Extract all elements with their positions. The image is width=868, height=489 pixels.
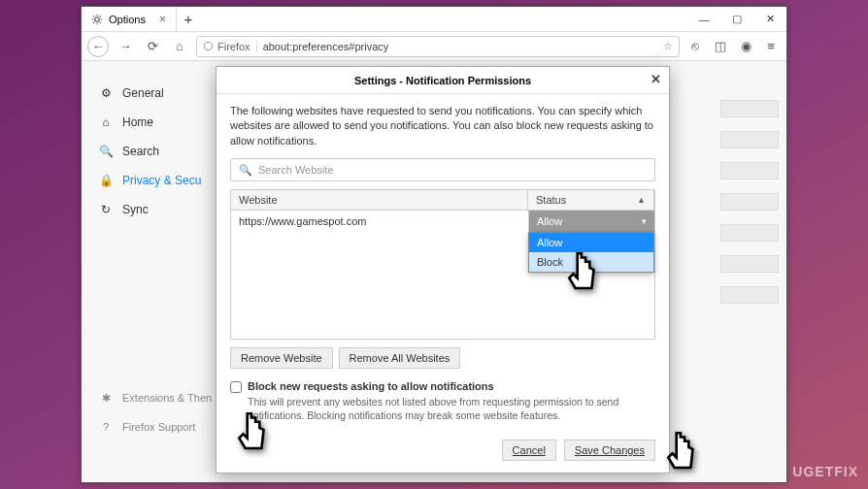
preferences-sidebar: ⚙ General ⌂ Home 🔍 Search 🔒 Privacy & Se… — [82, 61, 227, 482]
sidebar-item-general[interactable]: ⚙ General — [99, 79, 227, 108]
sidebar-item-label: Firefox Support — [122, 421, 195, 433]
identity-label: Firefox — [217, 41, 250, 52]
sidebar-item-label: General — [122, 86, 164, 100]
close-window-button[interactable]: ✕ — [753, 7, 786, 32]
status-value: Allow — [537, 215, 562, 227]
sidebar-icon[interactable]: ◫ — [711, 39, 730, 53]
table-row[interactable]: https://www.gamespot.com Allow ▾ — [231, 211, 654, 232]
window-controls: — ▢ ✕ — [687, 7, 786, 32]
dropdown-option-block[interactable]: Block — [529, 252, 653, 272]
sidebar-item-label: Sync — [122, 203, 149, 216]
bg-button[interactable] — [720, 100, 779, 117]
account-icon[interactable]: ◉ — [736, 39, 755, 53]
remove-all-websites-button[interactable]: Remove All Websites — [339, 347, 461, 369]
bg-button[interactable] — [720, 162, 779, 179]
maximize-button[interactable]: ▢ — [720, 7, 753, 32]
sidebar-item-label: Privacy & Secu — [122, 174, 201, 187]
new-tab-button[interactable]: + — [177, 11, 200, 27]
search-icon: 🔍 — [99, 145, 113, 158]
dialog-body: The following websites have requested to… — [217, 94, 669, 440]
tab-options[interactable]: Options × — [82, 7, 177, 31]
bg-button[interactable] — [720, 193, 779, 211]
sidebar-item-privacy[interactable]: 🔒 Privacy & Secu — [99, 166, 227, 195]
search-icon: 🔍 — [239, 164, 252, 177]
bg-button[interactable] — [720, 224, 779, 242]
close-icon[interactable]: × — [159, 13, 166, 26]
notification-permissions-dialog: Settings - Notification Permissions ✕ Th… — [216, 66, 670, 473]
sidebar-item-extensions[interactable]: ✱ Extensions & Then — [99, 383, 212, 412]
home-icon: ⌂ — [99, 115, 113, 129]
identity-box[interactable]: Firefox — [203, 41, 257, 52]
gear-icon: ⚙ — [99, 86, 113, 100]
forward-button[interactable]: → — [115, 36, 136, 57]
table-header: Website Status ▲ — [230, 189, 655, 211]
svg-point-1 — [204, 42, 212, 49]
bg-button[interactable] — [720, 255, 779, 273]
minimize-button[interactable]: — — [687, 7, 720, 32]
column-status[interactable]: Status ▲ — [528, 190, 654, 210]
background-buttons — [720, 100, 779, 317]
bg-button[interactable] — [720, 286, 779, 304]
lock-icon: 🔒 — [99, 174, 113, 187]
dialog-footer: Cancel Save Changes — [217, 440, 669, 473]
url-text: about:preferences#privacy — [263, 41, 657, 52]
block-new-requests-checkbox-row[interactable]: Block new requests asking to allow notif… — [230, 380, 655, 393]
remove-button-row: Remove Website Remove All Websites — [230, 347, 655, 369]
status-dropdown-menu: Allow Block — [528, 232, 654, 273]
watermark: UGETFIX — [792, 464, 858, 479]
status-dropdown[interactable]: Allow ▾ — [528, 211, 654, 232]
table-body: https://www.gamespot.com Allow ▾ Allow B… — [230, 211, 655, 339]
sidebar-item-sync[interactable]: ↻ Sync — [99, 195, 227, 224]
reload-button[interactable]: ⟳ — [142, 36, 163, 57]
sidebar-item-search[interactable]: 🔍 Search — [99, 137, 227, 166]
sidebar-item-home[interactable]: ⌂ Home — [99, 108, 227, 137]
block-new-requests-description: This will prevent any websites not liste… — [248, 395, 655, 422]
extensions-icon: ✱ — [99, 392, 113, 405]
help-icon: ? — [99, 421, 113, 433]
dialog-title: Settings - Notification Permissions — [354, 75, 531, 86]
menu-icon[interactable]: ≡ — [761, 39, 781, 53]
column-website[interactable]: Website — [231, 190, 528, 210]
sidebar-bottom: ✱ Extensions & Then ? Firefox Support — [99, 383, 212, 441]
address-bar[interactable]: Firefox about:preferences#privacy ☆ — [196, 36, 680, 57]
sidebar-item-label: Search — [122, 145, 159, 158]
dropdown-option-allow[interactable]: Allow — [529, 233, 653, 252]
tab-title: Options — [109, 14, 146, 25]
firefox-icon — [203, 41, 214, 51]
cancel-button[interactable]: Cancel — [502, 440, 556, 461]
sidebar-item-label: Home — [122, 115, 153, 129]
gear-icon — [91, 14, 103, 25]
sidebar-item-support[interactable]: ? Firefox Support — [99, 412, 212, 441]
block-new-requests-checkbox[interactable] — [230, 381, 242, 393]
back-button[interactable]: ← — [87, 36, 109, 57]
dialog-close-button[interactable]: ✕ — [651, 72, 661, 86]
search-website-input[interactable]: 🔍 Search Website — [230, 158, 655, 181]
home-button[interactable]: ⌂ — [169, 36, 190, 57]
column-status-label: Status — [536, 194, 566, 206]
sync-icon: ↻ — [99, 203, 113, 216]
sidebar-item-label: Extensions & Then — [122, 392, 212, 404]
titlebar: Options × + — ▢ ✕ — [82, 7, 786, 32]
svg-point-0 — [95, 16, 100, 21]
navigation-toolbar: ← → ⟳ ⌂ Firefox about:preferences#privac… — [82, 32, 786, 61]
chevron-down-icon: ▾ — [642, 216, 647, 226]
block-new-requests-label: Block new requests asking to allow notif… — [248, 380, 494, 393]
bookmark-star-icon[interactable]: ☆ — [663, 40, 673, 52]
website-cell: https://www.gamespot.com — [231, 211, 528, 232]
remove-website-button[interactable]: Remove Website — [230, 347, 333, 369]
search-placeholder: Search Website — [258, 164, 333, 176]
bg-button[interactable] — [720, 131, 779, 148]
save-changes-button[interactable]: Save Changes — [564, 440, 655, 461]
dialog-description: The following websites have requested to… — [230, 104, 655, 148]
dialog-header: Settings - Notification Permissions ✕ — [217, 67, 669, 94]
sort-indicator-icon: ▲ — [637, 195, 646, 205]
library-icon[interactable]: ⎋ — [685, 39, 705, 53]
